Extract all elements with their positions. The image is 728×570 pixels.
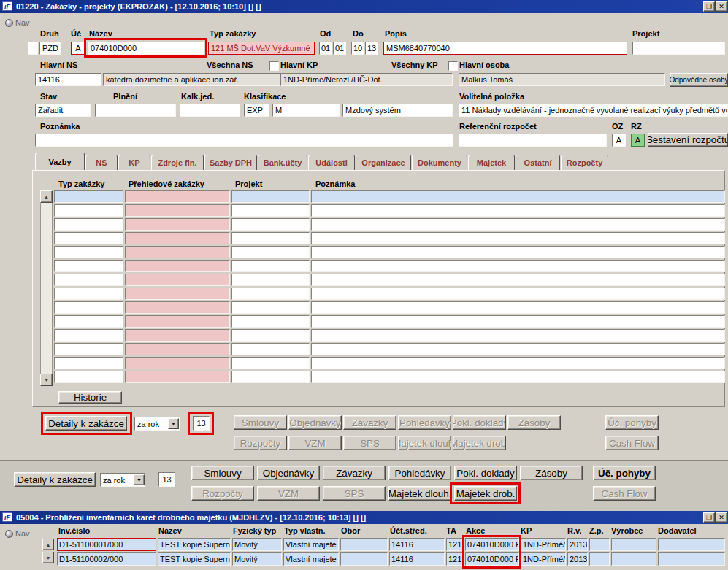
vazby-grid-cell[interactable] <box>311 301 725 314</box>
detail-button-uc-pohyby-2[interactable]: Úč. pohyby <box>593 466 656 480</box>
asset-cell[interactable] <box>589 538 610 551</box>
od-year-field[interactable]: 01 <box>333 42 346 55</box>
vazby-grid-cell[interactable] <box>54 329 123 342</box>
vazby-grid-cell[interactable] <box>125 246 230 258</box>
asset-cell[interactable]: 1ND-Přímé/Ne <box>521 552 566 566</box>
tab-kp[interactable]: KP <box>118 155 150 170</box>
asset-cell[interactable]: TEST kopie Supernc <box>158 552 231 566</box>
asset-cell[interactable]: Vlastní majete <box>283 552 339 566</box>
vazby-grid-cell[interactable] <box>125 301 230 314</box>
vazby-grid-cell[interactable] <box>54 204 123 217</box>
vazby-grid-cell[interactable] <box>54 232 123 244</box>
vazby-grid-cell[interactable] <box>54 218 123 231</box>
vazby-grid-cell[interactable] <box>125 204 230 217</box>
detail-button-majetek-drob-2[interactable]: Majetek drob. <box>454 486 517 501</box>
tab-udalosti[interactable]: Události <box>308 155 355 170</box>
vazby-grid-cell[interactable] <box>125 288 230 300</box>
vazby-grid-cell[interactable] <box>54 343 123 355</box>
restore-icon[interactable]: ❐ <box>703 512 715 523</box>
vazby-grid-cell[interactable] <box>311 343 725 355</box>
asset-cell-akce[interactable]: 074010D000 F <box>465 538 519 551</box>
asset-cell[interactable] <box>589 552 610 566</box>
scroll-up-icon[interactable]: ▲ <box>42 539 54 550</box>
vazby-grid-cell[interactable] <box>54 190 123 203</box>
vazby-grid-cell[interactable] <box>311 232 725 244</box>
asset-cell[interactable]: TEST kopie Supernc <box>158 538 231 551</box>
chevron-down-icon[interactable]: ▼ <box>134 474 145 485</box>
nav-radio-icon[interactable] <box>5 19 13 27</box>
do-year-field[interactable]: 13 <box>365 42 378 55</box>
vazby-grid-cell[interactable] <box>311 190 725 203</box>
vazby-grid-cell[interactable] <box>54 260 123 272</box>
vazby-grid-cell[interactable] <box>231 301 310 314</box>
tab-sazby-dph[interactable]: Sazby DPH <box>204 155 257 170</box>
vazby-grid-cell[interactable] <box>125 315 230 328</box>
uc-field[interactable]: A <box>71 42 85 55</box>
do-month-field[interactable]: 10 <box>351 42 364 55</box>
year-field-2[interactable]: 13 <box>158 472 175 487</box>
detail-button-objednavky-2[interactable]: Objednávky <box>257 466 320 480</box>
vazby-grid-cell[interactable] <box>231 218 310 231</box>
vazby-grid-cell[interactable] <box>311 288 725 300</box>
asset-cell[interactable]: 14116 <box>389 552 445 566</box>
za-rok-combo-1[interactable]: za rok ▼ <box>134 417 180 431</box>
vsechny-kp-checkbox[interactable] <box>448 61 458 71</box>
vsechna-ns-checkbox[interactable] <box>269 61 279 71</box>
asset-cell[interactable]: 1ND-Přímé/Ne <box>521 538 566 551</box>
scroll-down-icon[interactable]: ▼ <box>42 552 54 563</box>
vazby-grid-cell[interactable] <box>125 357 230 369</box>
asset-cell[interactable] <box>658 552 725 566</box>
oz-field[interactable]: A <box>612 134 626 147</box>
vazby-grid-cell[interactable] <box>311 218 725 231</box>
vazby-grid-cell[interactable] <box>54 371 123 383</box>
detaily-k-zakazce-button-1[interactable]: Detaily k zakázce <box>45 416 127 431</box>
za-rok-combo-2[interactable]: za rok ▼ <box>100 473 145 487</box>
vazby-grid-cell[interactable] <box>125 371 230 383</box>
close-icon[interactable]: ✕ <box>716 1 727 12</box>
vazby-grid-cell[interactable] <box>231 329 310 342</box>
asset-cell[interactable]: 2013 <box>567 552 588 566</box>
scroll-down-icon[interactable]: ▼ <box>40 374 53 386</box>
asset-cell[interactable] <box>340 538 388 551</box>
asset-cell[interactable]: 121 <box>446 552 464 566</box>
asset-cell[interactable]: D1-51100001/000 <box>57 538 156 551</box>
stav-field[interactable]: Zařadit <box>35 104 91 117</box>
grid-scrollbar[interactable] <box>40 190 53 386</box>
vazby-grid-cell[interactable] <box>231 246 310 258</box>
od-month-field[interactable]: 01 <box>319 42 332 55</box>
vazby-grid-cell[interactable] <box>54 246 123 258</box>
popis-field[interactable]: MSM6840770040 <box>383 42 627 55</box>
detail-button-zavazky-2[interactable]: Závazky <box>323 466 386 480</box>
tab-zdroje-fin[interactable]: Zdroje fin. <box>151 155 204 170</box>
projekt-field[interactable] <box>632 42 725 55</box>
detaily-k-zakazce-button-2[interactable]: Detaily k zakázce <box>14 472 96 487</box>
detail-button-zasoby-2[interactable]: Zásoby <box>520 466 583 480</box>
asset-cell[interactable] <box>658 538 725 551</box>
vazby-grid-cell[interactable] <box>231 190 310 203</box>
asset-cell[interactable]: D1-51100002/000 <box>57 552 156 566</box>
vazby-grid-cell[interactable] <box>125 218 230 231</box>
scroll-up-icon[interactable]: ▲ <box>40 190 53 203</box>
sestaveni-rozpoctu-button[interactable]: Sestavení rozpočtu <box>648 133 728 147</box>
vazby-grid-cell[interactable] <box>54 357 123 369</box>
tab-majetek[interactable]: Majetek <box>468 155 515 170</box>
asset-cell[interactable] <box>611 538 656 551</box>
detail-button-pokl-doklady-2[interactable]: Pokl. doklady <box>454 466 517 480</box>
asset-cell[interactable] <box>340 552 388 566</box>
asset-cell[interactable]: 2013 <box>567 538 588 551</box>
tab-ns[interactable]: NS <box>85 155 118 170</box>
vazby-grid-cell[interactable] <box>125 343 230 355</box>
typ-zakazky-field[interactable]: 121 MŠ Dot.VaV Výzkumné <box>208 42 315 55</box>
asset-cell[interactable]: Movitý <box>232 538 282 551</box>
vazby-grid-cell[interactable] <box>311 329 725 342</box>
detail-button-smlouvy-2[interactable]: Smlouvy <box>191 466 254 480</box>
vazby-grid-cell[interactable] <box>125 260 230 272</box>
vazby-grid-cell[interactable] <box>311 260 725 272</box>
asset-cell[interactable]: Movitý <box>232 552 282 566</box>
klasifikace3-field[interactable]: Mzdový systém <box>342 104 453 117</box>
vazby-grid-cell[interactable] <box>311 246 725 258</box>
vazby-grid-cell[interactable] <box>231 343 310 355</box>
vazby-grid-cell[interactable] <box>231 371 310 383</box>
tab-rozpocty[interactable]: Rozpočty <box>561 155 608 170</box>
vazby-grid-cell[interactable] <box>125 329 230 342</box>
